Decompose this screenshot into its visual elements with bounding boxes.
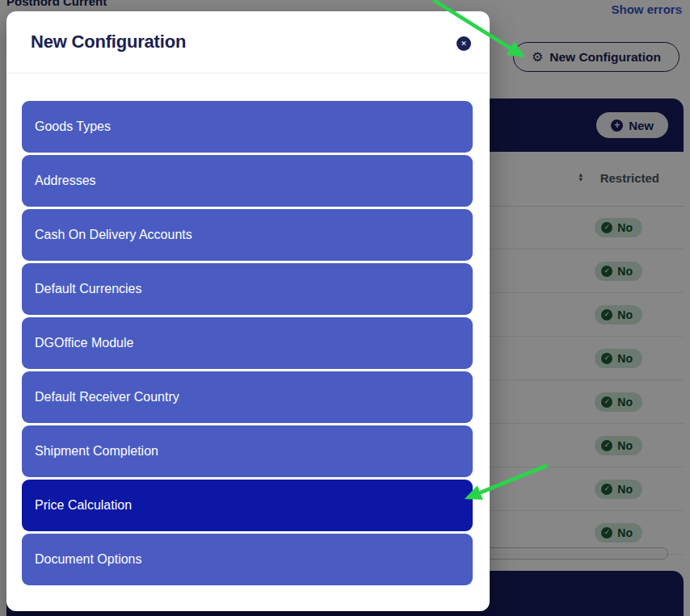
close-button[interactable]: ✕ (456, 36, 471, 51)
modal-title: New Configuration (31, 31, 186, 52)
configuration-option-label: Addresses (35, 174, 96, 188)
configuration-option-label: Price Calculation (35, 498, 132, 513)
configuration-option-button[interactable]: DGOffice Module (22, 317, 473, 369)
new-configuration-modal: New Configuration ✕ Goods Types Addresse… (6, 11, 490, 611)
configuration-option-label: DGOffice Module (35, 336, 133, 350)
configuration-option-button[interactable]: Goods Types (22, 101, 473, 153)
configuration-option-label: Goods Types (35, 119, 111, 134)
configuration-option-button[interactable]: Default Currencies (22, 263, 473, 315)
configuration-option-button[interactable]: Price Calculation (22, 480, 473, 531)
configuration-option-label: Default Receiver Country (35, 390, 179, 404)
configuration-option-button[interactable]: Shipment Completion (22, 425, 473, 477)
configuration-option-label: Cash On Delivery Accounts (35, 228, 192, 242)
configuration-option-button[interactable]: Cash On Delivery Accounts (22, 209, 473, 261)
configuration-option-label: Document Options (35, 552, 142, 567)
configuration-option-button[interactable]: Document Options (22, 534, 473, 585)
configuration-option-label: Default Currencies (35, 282, 142, 296)
close-icon: ✕ (461, 40, 467, 48)
configuration-option-button[interactable]: Addresses (22, 155, 473, 207)
configuration-option-label: Shipment Completion (35, 444, 158, 459)
modal-header: New Configuration ✕ (6, 11, 490, 73)
modal-option-list: Goods Types Addresses Cash On Delivery A… (6, 73, 490, 585)
screen: Postnord Current Show errors ⚙ New Confi… (0, 0, 690, 616)
configuration-option-button[interactable]: Default Receiver Country (22, 371, 473, 423)
